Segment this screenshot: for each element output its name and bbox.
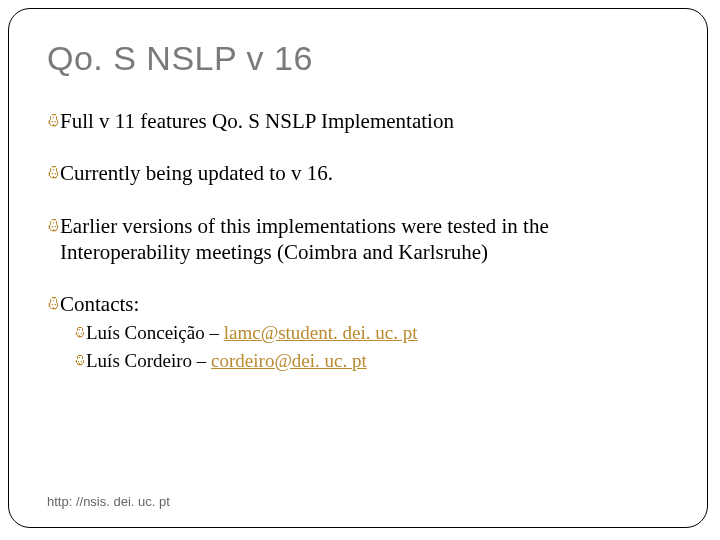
- list-item: ߷ Luís Conceição – lamc@student. dei. uc…: [75, 321, 669, 345]
- bullet-text: Full v 11 features Qo. S NSLP Implementa…: [60, 108, 454, 134]
- email-link[interactable]: cordeiro@dei. uc. pt: [211, 350, 367, 371]
- bullet-text: Contacts:: [60, 291, 139, 317]
- slide-title: Qo. S NSLP v 16: [47, 39, 669, 78]
- bullet-item: ߷ Currently being updated to v 16.: [47, 160, 669, 186]
- contacts-list: ߷ Luís Conceição – lamc@student. dei. uc…: [75, 321, 669, 373]
- slide-frame: Qo. S NSLP v 16 ߷ Full v 11 features Qo.…: [8, 8, 708, 528]
- contact-entry: Luís Cordeiro – cordeiro@dei. uc. pt: [86, 349, 367, 373]
- email-link[interactable]: lamc@student. dei. uc. pt: [224, 322, 418, 343]
- bullet-icon: ߷: [75, 321, 84, 343]
- bullet-icon: ߷: [47, 108, 58, 133]
- bullet-item: ߷ Contacts:: [47, 291, 669, 317]
- bullet-icon: ߷: [75, 349, 84, 371]
- contact-name: Luís Conceição –: [86, 322, 224, 343]
- contact-name: Luís Cordeiro –: [86, 350, 211, 371]
- footer-url: http: //nsis. dei. uc. pt: [47, 494, 170, 509]
- bullet-text: Currently being updated to v 16.: [60, 160, 333, 186]
- bullet-icon: ߷: [47, 291, 58, 316]
- list-item: ߷ Luís Cordeiro – cordeiro@dei. uc. pt: [75, 349, 669, 373]
- bullet-icon: ߷: [47, 213, 58, 238]
- bullet-text: Earlier versions of this implementations…: [60, 213, 669, 266]
- bullet-icon: ߷: [47, 160, 58, 185]
- contact-entry: Luís Conceição – lamc@student. dei. uc. …: [86, 321, 417, 345]
- bullet-item: ߷ Full v 11 features Qo. S NSLP Implemen…: [47, 108, 669, 134]
- bullet-item: ߷ Earlier versions of this implementatio…: [47, 213, 669, 266]
